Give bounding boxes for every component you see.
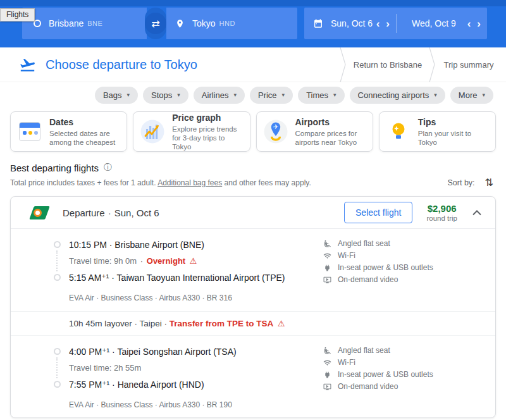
segment2-flight-details: EVA Air · Business Class · Airbus A330 ·… [69,400,323,410]
destination-code: HND [219,20,235,27]
booking-stepper: Return to Brisbane Trip summary [339,47,506,82]
warning-triangle-icon: ⚠ [278,319,285,328]
chevron-down-icon: ▾ [233,92,237,98]
departure-label: Departure [63,207,105,218]
flight-segment-2: 4:00 PM⁺¹ · Taipei Songshan Airport (TSA… [11,336,495,410]
flat-seat-icon [323,240,331,248]
amenity-row: Angled flat seat [323,345,483,357]
filter-bags[interactable]: Bags ▾ [95,87,138,104]
step-chevron-icon [428,47,436,82]
additional-bag-fees-link[interactable]: Additional bag fees [157,178,222,187]
warning-triangle-icon: ⚠ [190,256,197,266]
price-graph-icon [140,119,165,144]
origin-field[interactable]: Brisbane BNE [22,8,147,39]
video-icon [323,276,331,284]
flight-card-body: 10:15 PM · Brisbane Airport (BNE) Travel… [11,229,495,417]
flight-card-header: Departure·Sun, Oct 6 Select flight $2,90… [11,197,495,229]
destination-field[interactable]: Tokyo HND [166,8,297,39]
filter-price[interactable]: Price ▾ [250,87,293,104]
layover-row: 10h 45m layover · Taipei · Transfer from… [11,311,495,336]
filter-connecting-airports[interactable]: Connecting airports ▾ [350,87,445,104]
segment1-depart-line: 10:15 PM · Brisbane Airport (BNE) [69,237,323,253]
price-block: $2,906 round trip [426,203,457,222]
chevron-down-icon: ▾ [177,92,180,98]
depart-date-field[interactable]: Sun, Oct 6 ‹ › [304,8,396,39]
return-date-value: Wed, Oct 9 [412,18,456,28]
location-pin-icon [175,19,185,28]
destination-city: Tokyo [192,18,216,28]
collapse-chevron-up-icon[interactable] [472,210,481,216]
filter-airlines[interactable]: Airlines ▾ [194,87,245,104]
segment2-arrive-line: 7:55 PM⁺¹ · Haneda Airport (HND) [69,376,323,393]
return-date-prev-button[interactable]: ‹ [467,18,471,29]
segment1-flight-details: EVA Air · Business Class · Airbus A330 ·… [69,293,323,303]
depart-date-next-button[interactable]: › [386,18,390,29]
flights-tooltip: Flights [0,8,35,22]
price-graph-card-title: Price graph [172,113,243,123]
filters-row: Bags ▾ Stops ▾ Airlines ▾ Price ▾ Times … [0,82,506,108]
sort-control[interactable]: Sort by: ⇅ [448,176,493,188]
eva-air-logo [30,206,49,219]
results-header: Best departing flights ⓘ Total price inc… [0,153,506,188]
airports-pin-icon: ✈ [263,119,288,144]
amenity-row: Angled flat seat [323,238,483,250]
calendar-dates-icon [17,119,42,144]
transfer-warning: Transfer from TPE to TSA [170,319,273,328]
origin-code: BNE [87,20,102,27]
chevron-down-icon: ▾ [482,92,485,98]
topbar-top-strip [0,0,506,6]
amenity-row: Wi-Fi [323,250,483,262]
timeline-dotted-line [56,250,58,271]
chevron-down-icon: ▾ [434,92,437,98]
fees-note: Total price includes taxes + fees for 1 … [10,178,311,187]
wifi-icon [323,252,331,260]
segment1-amenities: Angled flat seat Wi-Fi In-seat power & U… [323,235,483,303]
power-icon [323,371,331,379]
filter-stops[interactable]: Stops ▾ [143,87,188,104]
dates-card[interactable]: Dates Selected dates are among the cheap… [10,111,127,152]
power-icon [323,264,331,272]
select-flight-button[interactable]: Select flight [344,202,412,223]
timeline-origin-dot [54,348,61,355]
step-return-to-brisbane[interactable]: Return to Brisbane [347,47,428,82]
tips-card[interactable]: Tips Plan your visit to Tokyo [379,111,496,152]
chevron-down-icon: ▾ [127,92,130,98]
amenity-row: In-seat power & USB outlets [323,262,483,274]
amenity-row: On-demand video [323,381,483,393]
dates-card-desc: Selected dates are among the cheapest [49,129,120,147]
timeline-destination-dot [54,381,61,388]
segment2-amenities: Angled flat seat Wi-Fi In-seat power & U… [323,342,483,410]
info-icon[interactable]: ⓘ [104,162,112,173]
dates-card-title: Dates [49,117,120,127]
overnight-warning: Overnight [147,256,185,266]
filter-times[interactable]: Times ▾ [298,87,344,104]
chevron-down-icon: ▾ [282,92,285,98]
segment1-arrive-line: 5:15 AM⁺¹ · Taiwan Taoyuan International… [69,269,323,286]
tips-card-title: Tips [418,117,489,127]
price-value: $2,906 [428,203,457,214]
amenity-row: In-seat power & USB outlets [323,369,483,381]
feature-cards-row: Dates Selected dates are among the cheap… [0,108,506,153]
segment1-travel-time: Travel time: 9h 0m · Overnight ⚠ [69,253,323,269]
return-date-field[interactable]: Wed, Oct 9 ‹ › [397,8,487,39]
airports-card[interactable]: ✈ Airports Compare prices for airports n… [256,111,373,152]
chevron-down-icon: ▾ [333,92,336,98]
flight-takeoff-icon [19,56,36,73]
wifi-icon [323,359,331,367]
step-chevron-icon [339,47,347,82]
dates-field: Sun, Oct 6 ‹ › Wed, Oct 9 ‹ › [304,8,487,39]
step-trip-summary[interactable]: Trip summary [436,47,506,82]
swap-capsule: ⇄ [145,8,166,39]
svg-text:✈: ✈ [273,123,278,130]
depart-date-prev-button[interactable]: ‹ [376,18,380,29]
price-graph-card[interactable]: Price graph Explore price trends for 3-d… [133,111,250,152]
filter-more[interactable]: More ▾ [450,87,493,104]
return-date-next-button[interactable]: › [477,18,481,29]
sort-arrows-icon: ⇅ [485,176,493,188]
airports-card-desc: Compare prices for airports near Tokyo [295,129,366,147]
origin-city: Brisbane [49,18,83,28]
swap-airports-button[interactable]: ⇄ [145,13,166,34]
price-graph-card-desc: Explore price trends for 3-day trips to … [172,125,243,151]
calendar-icon [313,18,323,28]
flight-card-title: Departure·Sun, Oct 6 [63,207,159,218]
